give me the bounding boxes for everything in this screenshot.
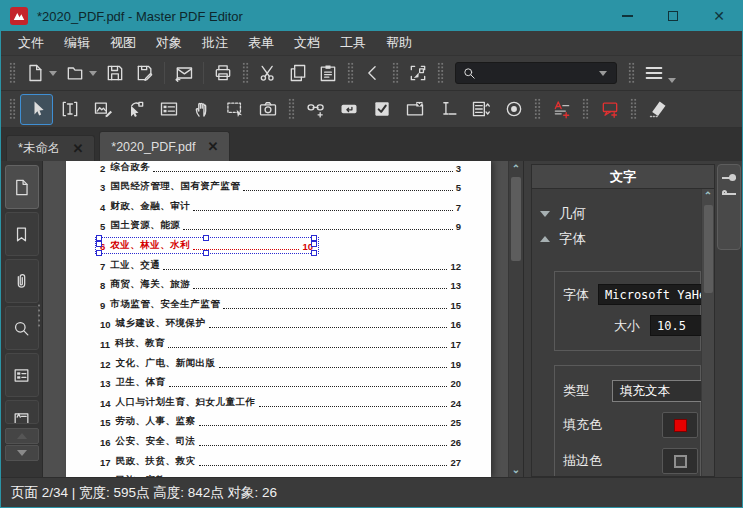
toc-row[interactable]: 2 综合政务 3	[100, 161, 461, 174]
toc-row[interactable]: 13 卫生、体育 20	[100, 370, 461, 390]
callout-tool-button[interactable]	[593, 94, 626, 125]
menu-item[interactable]: 对象	[146, 31, 192, 55]
scroll-down-icon[interactable]: ⌄	[509, 462, 523, 477]
email-button[interactable]	[169, 59, 199, 87]
font-section-header[interactable]: 字体	[540, 226, 701, 251]
document-tab[interactable]: *未命名 ✕	[6, 135, 95, 161]
toc-row[interactable]: 3 国民经济管理、国有资产监管 5	[100, 174, 461, 194]
edit-image-tool-button[interactable]	[86, 94, 119, 125]
selection-handle[interactable]	[203, 250, 209, 256]
sidebar-bookmarks-button[interactable]	[5, 212, 39, 256]
font-family-input[interactable]: Microsoft YaHei	[598, 284, 701, 305]
sidebar-form-fields-button[interactable]	[5, 353, 39, 397]
document-view[interactable]: 2 综合政务 3 3 国民经济管理、国有资产监管 5	[43, 161, 523, 477]
toolbar-grip[interactable]	[392, 62, 399, 84]
push-button-tool-button[interactable]	[332, 94, 365, 125]
snapshot-tool-button[interactable]	[251, 94, 284, 125]
sidebar-pages-button[interactable]	[5, 165, 39, 209]
sidebar-search-button[interactable]	[5, 306, 39, 350]
toc-row[interactable]: 8 商贸、海关、旅游 13	[100, 272, 461, 292]
menu-item[interactable]: 编辑	[54, 31, 100, 55]
edit-path-tool-button[interactable]	[119, 94, 152, 125]
toc-row[interactable]: 16 公安、安全、司法 26	[100, 428, 461, 448]
open-file-dropdown-icon[interactable]	[89, 71, 97, 76]
text-field-tool-button[interactable]	[431, 94, 464, 125]
toolbar-grip[interactable]	[9, 98, 16, 120]
link-tool-button[interactable]	[299, 94, 332, 125]
toc-row[interactable]: 11 科技、教育 17	[100, 330, 461, 350]
selection-handle[interactable]	[96, 241, 102, 247]
new-document-dropdown-icon[interactable]	[49, 71, 57, 76]
search-input[interactable]	[455, 62, 617, 84]
panel-scroll-up-icon[interactable]: ⌃	[702, 189, 714, 203]
combo-box-tool-button[interactable]	[398, 94, 431, 125]
document-vertical-scrollbar[interactable]: ⌃ ⌄	[508, 161, 523, 477]
toc-row[interactable]: 14 人口与计划生育、妇女儿童工作 24	[100, 389, 461, 409]
radio-button-tool-button[interactable]	[497, 94, 530, 125]
menu-item[interactable]: 视图	[100, 31, 146, 55]
scrollbar-thumb[interactable]	[511, 177, 521, 261]
selection-handle[interactable]	[96, 235, 102, 241]
toc-row[interactable]: 6 农业、林业、水利 10	[100, 232, 461, 252]
selection-handle[interactable]	[96, 250, 102, 256]
copy-button[interactable]	[283, 59, 313, 87]
menu-item[interactable]: 文档	[284, 31, 330, 55]
search-dropdown-icon[interactable]	[599, 71, 607, 76]
back-button[interactable]	[358, 59, 388, 87]
toc-row[interactable]: 9 市场监管、安全生产监管 15	[100, 291, 461, 311]
toolbar-grip[interactable]	[582, 98, 589, 120]
menu-item[interactable]: 工具	[330, 31, 376, 55]
whiteout-tool-button[interactable]	[641, 94, 674, 125]
select-area-tool-button[interactable]	[218, 94, 251, 125]
edit-text-tool-button[interactable]	[53, 94, 86, 125]
list-box-tool-button[interactable]	[464, 94, 497, 125]
selection-handle[interactable]	[311, 250, 317, 256]
sidebar-attachments-button[interactable]	[5, 259, 39, 303]
pdf-page[interactable]: 2 综合政务 3 3 国民经济管理、国有资产监管 5	[66, 161, 491, 477]
panel-scrollbar-thumb[interactable]	[704, 205, 713, 293]
scroll-up-icon[interactable]: ⌃	[509, 161, 523, 176]
menu-item[interactable]: 帮助	[376, 31, 422, 55]
toolbar-grip[interactable]	[534, 98, 541, 120]
toc-row[interactable]: 15 劳动、人事、监察 25	[100, 409, 461, 429]
toolbar-grip[interactable]	[242, 62, 249, 84]
toc-row[interactable]: 7 工业、交通 12	[100, 252, 461, 272]
toolbar-grip[interactable]	[437, 62, 444, 84]
fill-color-button[interactable]	[662, 412, 698, 438]
toc-row[interactable]: 17 民政、扶贫、救灾 27	[100, 448, 461, 468]
stroke-color-button[interactable]	[662, 448, 698, 474]
toolbar-grip[interactable]	[347, 62, 354, 84]
maximize-button[interactable]	[650, 1, 696, 31]
toc-row[interactable]: 18 民族、宗教 28	[100, 468, 461, 478]
save-button[interactable]	[100, 59, 130, 87]
save-as-button[interactable]	[130, 59, 160, 87]
type-combobox[interactable]: 填充文本	[612, 380, 701, 402]
checkbox-tool-button[interactable]	[365, 94, 398, 125]
print-button[interactable]	[208, 59, 238, 87]
main-menu-dropdown-icon[interactable]	[668, 78, 676, 83]
properties-toggle-tab[interactable]	[717, 164, 741, 250]
main-menu-button[interactable]	[639, 59, 669, 87]
panel-scrollbar[interactable]: ⌃	[701, 189, 714, 476]
menu-item[interactable]: 表单	[238, 31, 284, 55]
paste-button[interactable]	[313, 59, 343, 87]
edit-forms-tool-button[interactable]	[152, 94, 185, 125]
crop-pages-button[interactable]	[403, 59, 433, 87]
toolbar-grip[interactable]	[630, 98, 637, 120]
selection-handle[interactable]	[311, 235, 317, 241]
document-tab[interactable]: *2020_PDF.pdf ✕	[99, 131, 230, 161]
selection-handle[interactable]	[311, 241, 317, 247]
hand-tool-button[interactable]	[185, 94, 218, 125]
sidebar-splitter-handle[interactable]	[37, 303, 41, 329]
toolbar-grip[interactable]	[9, 62, 16, 84]
open-file-button[interactable]	[60, 59, 90, 87]
menu-item[interactable]: 批注	[192, 31, 238, 55]
sidebar-scroll-up-button[interactable]	[5, 428, 39, 444]
pointer-tool-button[interactable]	[20, 94, 53, 125]
toolbar-grip[interactable]	[628, 62, 635, 84]
minimize-button[interactable]	[604, 1, 650, 31]
new-document-button[interactable]	[20, 59, 50, 87]
text-comment-tool-button[interactable]	[545, 94, 578, 125]
font-size-input[interactable]: 10.5	[650, 315, 701, 336]
sidebar-scroll-down-button[interactable]	[5, 445, 39, 461]
